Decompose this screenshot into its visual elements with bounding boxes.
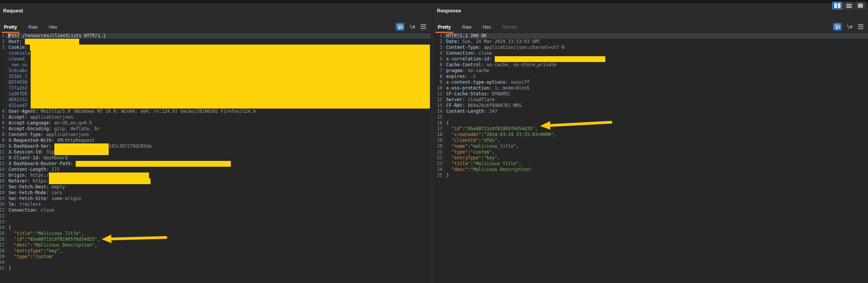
redaction bbox=[30, 45, 430, 50]
code-text: Connection: bbox=[446, 50, 478, 56]
editor-menu-icon[interactable] bbox=[858, 24, 863, 29]
code-line: 11X-Session-Id: 3ip bbox=[0, 149, 431, 155]
code-text: "key" bbox=[46, 248, 60, 254]
code-line: 7Accept-Encoding: gzip, deflate, br bbox=[0, 126, 431, 132]
panel-divider[interactable] bbox=[432, 3, 432, 283]
code-text: Content-Length: bbox=[446, 109, 489, 114]
request-editor-icons: \n bbox=[396, 22, 426, 31]
line-number: 5 bbox=[2, 114, 5, 120]
code-text: X-Requested-With: bbox=[9, 138, 57, 143]
code-text: "Malicious Title" bbox=[473, 161, 519, 167]
line-number: 18 bbox=[0, 190, 5, 196]
redaction bbox=[31, 62, 430, 68]
code-line: 7pragma: no-cache bbox=[434, 68, 868, 74]
code-line: 24{ bbox=[0, 225, 431, 231]
code-text: Server: bbox=[446, 97, 468, 103]
response-tab-hex[interactable]: Hex bbox=[483, 24, 491, 30]
code-text: "createdAt" bbox=[446, 132, 481, 138]
code-line: 29 "type":"custom" bbox=[0, 254, 431, 260]
code-line: 27 "desc":"Malicious Description", bbox=[0, 242, 431, 248]
code-line: DO74038 bbox=[0, 79, 431, 85]
newline-toggle-icon[interactable]: \n bbox=[847, 24, 852, 29]
line-number: 7 bbox=[440, 68, 442, 74]
word-wrap-icon[interactable] bbox=[396, 23, 404, 31]
line-number: 16 bbox=[437, 120, 442, 126]
request-editor[interactable]: 1POST /resources/clientLists HTTP/1.12Ho… bbox=[0, 33, 431, 283]
code-line: 19 "clientId":"dfds", bbox=[434, 138, 868, 143]
request-tab-hex[interactable]: Hex bbox=[49, 24, 57, 30]
code-text: 3ip bbox=[46, 149, 54, 155]
line-number: 8 bbox=[2, 132, 5, 138]
code-text: "id" bbox=[9, 236, 25, 242]
code-text: CF-RAY: bbox=[446, 103, 468, 109]
code-line: 30 bbox=[0, 260, 431, 266]
code-line: 23 "title":"Malicious Title", bbox=[434, 161, 868, 167]
newline-toggle-icon[interactable]: \n bbox=[410, 24, 415, 29]
line-number: 25 bbox=[437, 173, 442, 178]
line-number: 13 bbox=[0, 161, 5, 167]
code-text: x-content-type-options: bbox=[446, 79, 511, 85]
code-text: : bbox=[33, 231, 35, 236]
code-text: "65e88f13c0f81805f0d54d35" bbox=[465, 126, 535, 132]
code-line: 1w5KfDb bbox=[0, 91, 431, 97]
line-number: 10 bbox=[437, 85, 442, 91]
code-line: 26 "id":"65e88f13c0f81805f0d54d35", bbox=[0, 236, 431, 242]
line-number: 4 bbox=[2, 109, 5, 114]
code-text: 171 bbox=[52, 167, 60, 173]
editor-menu-icon[interactable] bbox=[421, 24, 426, 29]
request-tab-raw[interactable]: Raw bbox=[28, 24, 38, 30]
code-line: 25} bbox=[434, 173, 868, 178]
code-text: "type" bbox=[446, 149, 468, 155]
line-number: 25 bbox=[0, 231, 5, 236]
response-tab-pretty[interactable]: Pretty bbox=[438, 24, 451, 30]
redaction bbox=[49, 173, 149, 178]
code-text: pragma: bbox=[446, 68, 468, 74]
code-line: 15 bbox=[434, 114, 868, 120]
code-text: { bbox=[446, 120, 449, 126]
code-text: close bbox=[41, 207, 54, 213]
line-number: 28 bbox=[0, 248, 5, 254]
redaction bbox=[54, 149, 109, 155]
code-line: 24 "desc":"Malicious Description" bbox=[434, 167, 868, 173]
code-text: "Malicious Description" bbox=[33, 242, 94, 248]
code-line: 11CF-Cache-Status: DYNAMIC bbox=[434, 91, 868, 97]
code-line: 17 "id":"65e88f13c0f81805f0d54d35", bbox=[434, 126, 868, 132]
top-strip bbox=[0, 0, 868, 3]
code-line: 21Connection: close bbox=[0, 207, 431, 213]
response-tab-render: Render bbox=[502, 24, 517, 30]
line-number: 22 bbox=[0, 213, 5, 219]
code-line: 15Origin: https:/ bbox=[0, 173, 431, 178]
line-number: 5 bbox=[440, 56, 442, 62]
code-text: Content-Type: bbox=[446, 45, 484, 50]
code-text: Accept-Encoding: bbox=[9, 126, 54, 132]
response-editor[interactable]: 1HTTP/1.1 200 OK2Date: Sun, 24 Mar 2024 … bbox=[434, 33, 868, 283]
request-tab-pretty[interactable]: Pretty bbox=[4, 24, 17, 30]
code-line: 9X-Requested-With: XMLHttpRequest bbox=[0, 138, 431, 143]
code-text: : bbox=[478, 138, 481, 143]
line-number: 31 bbox=[0, 266, 5, 271]
code-line: 12Server: cloudflare bbox=[434, 97, 868, 103]
redaction bbox=[31, 103, 430, 109]
response-editor-lines: 1HTTP/1.1 200 OK2Date: Sun, 24 Mar 2024 … bbox=[434, 33, 868, 178]
line-number: 12 bbox=[0, 155, 5, 161]
code-line: 13X-Dashboard-Router-Path: bbox=[0, 161, 431, 167]
code-text: } bbox=[446, 173, 449, 178]
request-panel: Request PrettyRawHex \n 1POST /resources… bbox=[0, 3, 431, 283]
line-number: 9 bbox=[2, 138, 5, 143]
code-text: same-origin bbox=[52, 196, 81, 202]
code-text: Cache-Control: bbox=[446, 62, 487, 68]
code-text: "Malicious Description" bbox=[470, 167, 532, 173]
code-line: 6Accept-Language: en-US,en;q=0.5 bbox=[0, 120, 431, 126]
code-line: 20Te: trailers bbox=[0, 202, 431, 207]
line-number: 6 bbox=[440, 62, 442, 68]
code-text: , bbox=[516, 143, 519, 149]
response-tab-raw[interactable]: Raw bbox=[462, 24, 471, 30]
line-number: 24 bbox=[437, 167, 442, 173]
word-wrap-icon[interactable] bbox=[833, 23, 842, 31]
line-number: 23 bbox=[0, 219, 5, 225]
code-line: 23 bbox=[0, 219, 431, 225]
line-number: 17 bbox=[0, 184, 5, 190]
code-text: "entryType" bbox=[9, 248, 43, 254]
code-text: "desc" bbox=[446, 167, 468, 173]
code-line: 22 bbox=[0, 213, 431, 219]
